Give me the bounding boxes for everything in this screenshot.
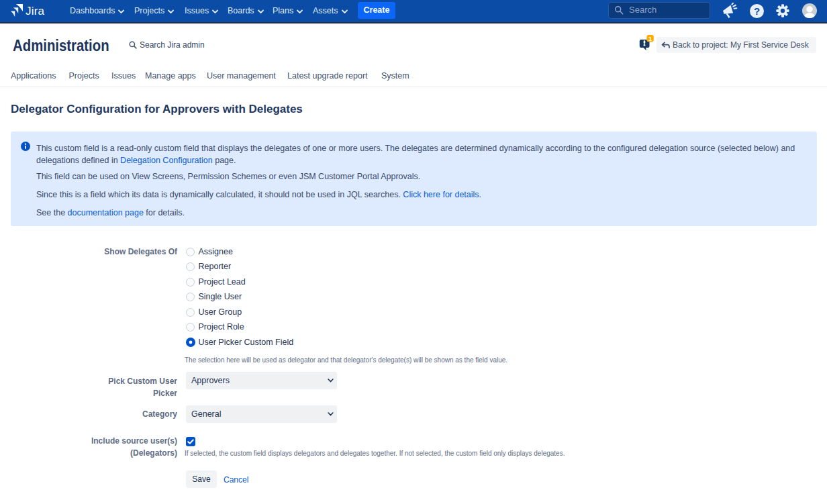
svg-text:1: 1	[648, 35, 652, 42]
svg-text:?: ?	[753, 5, 759, 16]
